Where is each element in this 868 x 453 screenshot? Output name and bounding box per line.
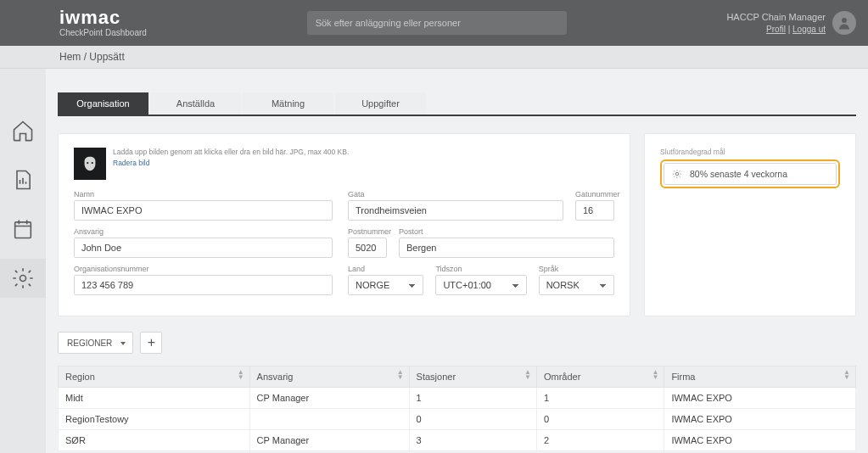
label-tidszon: Tidszon	[435, 265, 526, 273]
regions-dropdown[interactable]: REGIONER	[58, 332, 133, 354]
breadcrumb: Hem / Uppsätt	[0, 46, 868, 69]
panels: Ladda upp bilden genom att klicka eller …	[58, 133, 856, 316]
input-ansvarig[interactable]	[74, 238, 333, 258]
select-tidszon[interactable]: UTC+01:00	[435, 275, 526, 295]
tab-anstallda[interactable]: Anställda	[150, 92, 241, 115]
input-gatunummer[interactable]	[575, 200, 614, 221]
table-row[interactable]: SØR CP Manager 3 2 IWMAC EXPO	[59, 430, 856, 451]
main: Organisation Anställda Mätning Uppgifter…	[46, 69, 868, 453]
label-postort: Postort	[399, 227, 614, 236]
search-input[interactable]	[307, 11, 567, 35]
label-gata: Gata	[348, 190, 563, 199]
svg-point-2	[20, 276, 26, 282]
user-icon	[837, 15, 852, 31]
th-firma[interactable]: Firma▲▼	[664, 366, 856, 388]
upload-hint: Ladda upp bilden genom att klicka eller …	[113, 148, 349, 168]
input-postnummer[interactable]	[348, 238, 387, 258]
goal-panel: Slutförandegrad mål 80% senaste 4 veckor…	[644, 133, 856, 316]
gear-icon	[671, 168, 683, 180]
home-icon	[11, 119, 35, 143]
label-postnummer: Postnummer	[348, 227, 387, 236]
avatar[interactable]	[832, 11, 856, 35]
goal-label: Slutförandegrad mål	[660, 148, 840, 156]
tab-underline	[58, 115, 856, 116]
label-gatunummer: Gatunummer	[575, 190, 614, 199]
label-sprak: Språk	[539, 265, 614, 273]
logout-link[interactable]: Logga ut	[792, 25, 826, 34]
sidebar-reports[interactable]	[0, 160, 46, 199]
user-text: HACCP Chain Manager Profil | Logga ut	[726, 11, 826, 34]
sidebar-calendar[interactable]	[0, 210, 46, 249]
app-name: HACCP Chain Manager	[726, 11, 826, 23]
svg-point-0	[842, 18, 847, 23]
table-controls: REGIONER +	[58, 332, 856, 354]
input-orgnr[interactable]	[74, 275, 333, 295]
tabs: Organisation Anställda Mätning Uppgifter	[58, 92, 856, 115]
sidebar-home[interactable]	[0, 111, 46, 150]
org-panel: Ladda upp bilden genom att klicka eller …	[58, 133, 630, 316]
user-area: HACCP Chain Manager Profil | Logga ut	[726, 11, 856, 35]
tab-uppgifter[interactable]: Uppgifter	[335, 92, 426, 115]
input-namn[interactable]	[74, 200, 333, 221]
brand: iwmac CheckPoint Dashboard	[59, 8, 147, 37]
label-ansvarig: Ansvarig	[74, 227, 333, 236]
tab-organisation[interactable]: Organisation	[58, 92, 148, 115]
label-land: Land	[348, 265, 423, 273]
goal-text: 80% senaste 4 veckorna	[690, 169, 787, 179]
th-ansvarig[interactable]: Ansvarig▲▼	[249, 366, 409, 388]
topbar: iwmac CheckPoint Dashboard HACCP Chain M…	[0, 0, 868, 46]
tab-matning[interactable]: Mätning	[243, 92, 333, 115]
select-sprak[interactable]: NORSK	[539, 275, 614, 295]
goal-box[interactable]: 80% senaste 4 veckorna	[664, 163, 837, 185]
label-namn: Namn	[74, 190, 333, 199]
breadcrumb-home[interactable]: Hem	[59, 51, 81, 63]
svg-point-4	[92, 162, 93, 164]
regions-table: Region▲▼ Ansvarig▲▼ Stasjoner▲▼ Områder▲…	[58, 366, 856, 451]
sidebar	[0, 69, 46, 453]
search-wrap	[147, 11, 727, 35]
svg-point-3	[87, 162, 88, 164]
th-stasjoner[interactable]: Stasjoner▲▼	[409, 366, 536, 388]
org-image[interactable]	[74, 148, 106, 180]
brand-subtitle: CheckPoint Dashboard	[59, 29, 147, 37]
svg-rect-1	[15, 222, 31, 238]
gear-icon	[11, 266, 35, 290]
document-chart-icon	[11, 168, 35, 192]
label-orgnr: Organisationsnummer	[74, 265, 333, 273]
goal-highlight: 80% senaste 4 veckorna	[660, 159, 840, 188]
delete-image-link[interactable]: Radera bild	[113, 159, 149, 168]
input-postort[interactable]	[399, 238, 614, 258]
profile-link[interactable]: Profil	[766, 25, 786, 34]
select-land[interactable]: NORGE	[348, 275, 423, 295]
calendar-icon	[11, 217, 35, 241]
brand-logo: iwmac	[59, 8, 147, 27]
th-region[interactable]: Region▲▼	[59, 366, 250, 388]
svg-point-5	[675, 172, 679, 176]
plus-icon: +	[148, 335, 155, 350]
sidebar-settings[interactable]	[0, 259, 46, 298]
mask-icon	[81, 154, 99, 173]
table-row[interactable]: RegionTestowy 0 0 IWMAC EXPO	[59, 409, 856, 430]
add-button[interactable]: +	[140, 332, 162, 354]
table-row[interactable]: Midt CP Manager 1 1 IWMAC EXPO	[59, 388, 856, 409]
breadcrumb-current: Uppsätt	[89, 51, 124, 63]
input-gata[interactable]	[348, 200, 563, 221]
th-omrader[interactable]: Områder▲▼	[536, 366, 664, 388]
